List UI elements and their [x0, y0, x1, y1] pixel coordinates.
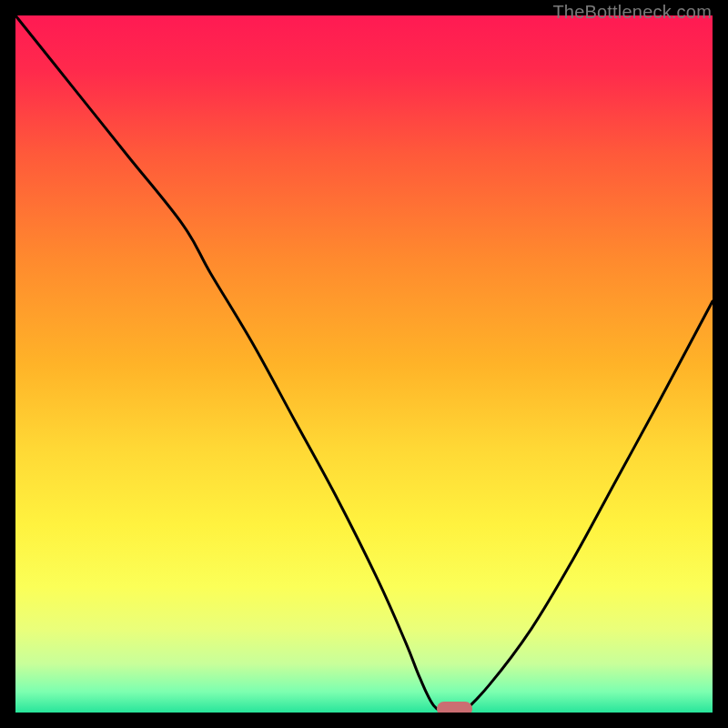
bottleneck-curve [15, 15, 713, 713]
plot-area [15, 15, 713, 713]
watermark-text: TheBottleneck.com [552, 2, 712, 23]
optimum-marker [437, 702, 471, 713]
chart-frame: TheBottleneck.com [0, 0, 728, 728]
